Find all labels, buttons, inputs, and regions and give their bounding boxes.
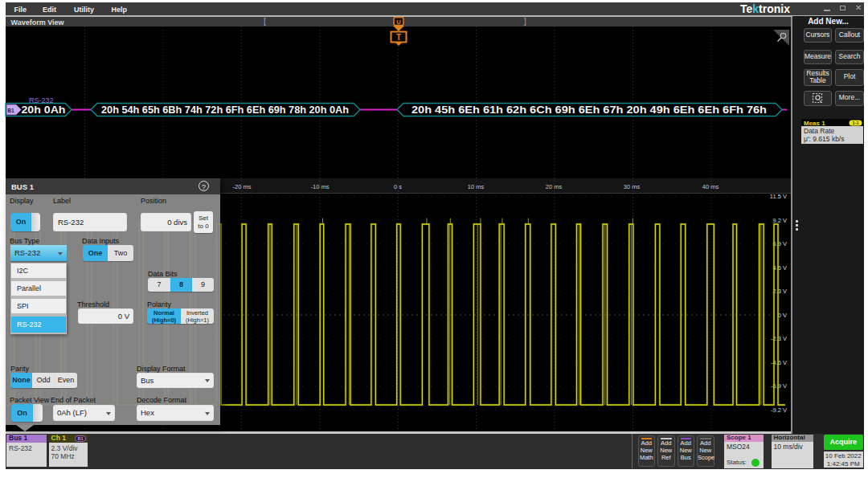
svg-text:40 ms: 40 ms <box>702 183 719 190</box>
svg-text:-20 ms: -20 ms <box>233 183 252 190</box>
svg-text:9.2 V: 9.2 V <box>772 217 787 224</box>
svg-text:B1: B1 <box>7 108 14 113</box>
svg-text:-9.2 V: -9.2 V <box>771 407 787 414</box>
svg-text:20 ms: 20 ms <box>546 183 563 190</box>
svg-text:0 s: 0 s <box>394 183 402 190</box>
svg-text:11.5 V: 11.5 V <box>770 193 787 200</box>
svg-text:1-1: 1-1 <box>853 121 859 125</box>
svg-text:20h 54h 65h 6Bh 74h 72h 6Fh 6E: 20h 54h 65h 6Bh 74h 72h 6Fh 6Eh 69h 78h … <box>101 104 349 116</box>
svg-text:RS-232: RS-232 <box>29 96 54 104</box>
svg-text:B1: B1 <box>77 436 83 441</box>
svg-text:10 ms: 10 ms <box>468 183 485 190</box>
svg-text:0 V: 0 V <box>778 312 787 319</box>
svg-text:30 ms: 30 ms <box>624 183 641 190</box>
svg-text:20h 45h 6Eh 61h 62h 6Ch 69h 6E: 20h 45h 6Eh 61h 62h 6Ch 69h 6Eh 67h 20h … <box>411 104 767 116</box>
svg-text:20h 0Ah: 20h 0Ah <box>22 104 66 116</box>
svg-text:T: T <box>396 33 401 42</box>
svg-text:-10 ms: -10 ms <box>311 183 330 190</box>
svg-text:U: U <box>396 19 400 25</box>
